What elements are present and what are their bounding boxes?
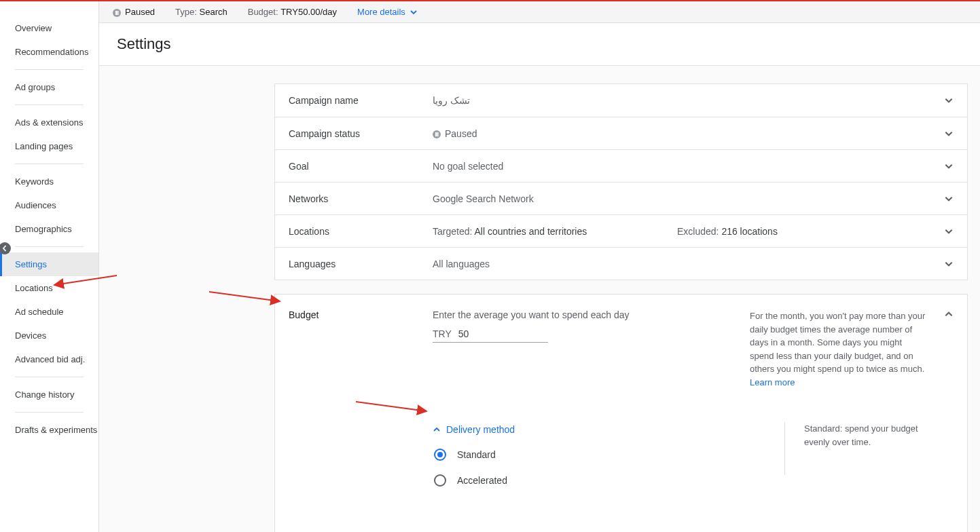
row-campaign-status[interactable]: Campaign status Paused: [275, 117, 967, 149]
radio-accelerated[interactable]: Accelerated: [434, 474, 954, 487]
sidebar-item-ads-extensions[interactable]: Ads & extensions: [0, 111, 98, 134]
chevron-down-icon: [944, 227, 954, 236]
sidebar-item-audiences[interactable]: Audiences: [0, 193, 98, 217]
value: تشک رویا: [433, 95, 677, 106]
chevron-down-icon: [944, 129, 954, 138]
sidebar-item-keywords[interactable]: Keywords: [0, 170, 98, 193]
chevron-down-icon: [944, 162, 954, 171]
divider: [15, 69, 84, 70]
value: Targeted: All countries and territories: [433, 226, 677, 237]
sidebar-item-landing-pages[interactable]: Landing pages: [0, 134, 98, 158]
vertical-separator: [784, 422, 785, 475]
row-campaign-name[interactable]: Campaign name تشک رویا: [275, 84, 967, 117]
chevron-down-icon: [944, 194, 954, 204]
value: Google Search Network: [433, 193, 677, 204]
delivery-info: Standard: spend your budget evenly over …: [804, 422, 940, 449]
radio-icon: [434, 449, 446, 461]
budget-hint: Enter the average you want to spend each…: [433, 309, 750, 320]
sidebar-item-advanced-bid-adj[interactable]: Advanced bid adj.: [0, 347, 98, 371]
value: No goal selected: [433, 161, 677, 172]
label: Goal: [289, 161, 433, 172]
sidebar-item-locations[interactable]: Locations: [0, 276, 98, 300]
budget-amount: 50: [458, 328, 469, 339]
sidebar-item-ad-groups[interactable]: Ad groups: [0, 75, 98, 99]
sidebar-item-overview[interactable]: Overview: [0, 16, 98, 40]
budget-input[interactable]: TRY50: [433, 324, 548, 343]
chevron-down-icon: [944, 96, 954, 105]
chevron-up-icon[interactable]: [944, 309, 954, 319]
label: Campaign status: [289, 128, 433, 139]
chevron-down-icon: [944, 259, 954, 269]
value: Paused: [433, 128, 677, 139]
settings-card: Campaign name تشک رویا Campaign status P…: [274, 83, 968, 280]
page-title: Settings: [99, 23, 980, 66]
radio-standard[interactable]: Standard: [434, 449, 954, 461]
sidebar-item-devices[interactable]: Devices: [0, 324, 98, 347]
content-area: Campaign name تشک رویا Campaign status P…: [99, 66, 980, 532]
main: Paused Type: Search Budget: TRY50.00/day…: [98, 1, 980, 532]
chevron-up-icon: [433, 425, 441, 434]
chevron-down-icon: [410, 8, 418, 16]
pause-icon: [113, 9, 121, 17]
status-budget: Budget: TRY50.00/day: [248, 7, 337, 17]
sidebar-item-drafts-experiments[interactable]: Drafts & experiments: [0, 418, 98, 442]
status-type: Type: Search: [175, 7, 228, 17]
label: Networks: [289, 193, 433, 204]
row-languages[interactable]: Languages All languages: [275, 247, 967, 280]
row-networks[interactable]: Networks Google Search Network: [275, 182, 967, 214]
label: Campaign name: [289, 95, 433, 106]
budget-card: Budget Enter the average you want to spe…: [274, 294, 968, 532]
status-bar: Paused Type: Search Budget: TRY50.00/day…: [99, 1, 980, 23]
more-details-link[interactable]: More details: [357, 7, 418, 17]
label: Languages: [289, 259, 433, 269]
excluded-value: Excluded: 216 locations: [677, 226, 920, 237]
currency-label: TRY: [433, 328, 452, 339]
sidebar-item-change-history[interactable]: Change history: [0, 383, 98, 406]
budget-label: Budget: [289, 309, 433, 389]
divider: [15, 246, 84, 247]
row-goal[interactable]: Goal No goal selected: [275, 149, 967, 182]
pause-icon: [433, 130, 441, 138]
sidebar-item-settings[interactable]: Settings: [0, 252, 98, 276]
sidebar-item-demographics[interactable]: Demographics: [0, 217, 98, 241]
value: All languages: [433, 259, 677, 269]
sidebar-item-recommendations[interactable]: Recommendations: [0, 40, 98, 64]
radio-icon: [434, 474, 446, 487]
status-paused: Paused: [113, 7, 155, 17]
divider: [15, 164, 84, 164]
sidebar-item-ad-schedule[interactable]: Ad schedule: [0, 300, 98, 324]
learn-more-link[interactable]: Learn more: [750, 377, 795, 387]
divider: [15, 377, 84, 377]
divider: [15, 412, 84, 413]
divider: [15, 104, 84, 105]
budget-info: For the month, you won't pay more than y…: [750, 309, 926, 389]
label: Locations: [289, 226, 433, 237]
row-locations[interactable]: Locations Targeted: All countries and te…: [275, 214, 967, 247]
sidebar: Overview Recommendations Ad groups Ads &…: [0, 1, 98, 532]
